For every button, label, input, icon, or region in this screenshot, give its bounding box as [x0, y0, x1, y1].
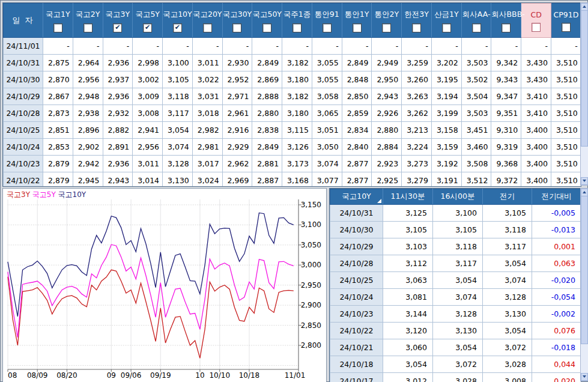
- cell-국주1종: 3,173: [282, 156, 312, 172]
- series-checkbox-통안2Y[interactable]: [382, 23, 391, 32]
- series-checkbox-국고20Y[interactable]: [203, 23, 212, 32]
- row-date: 24/10/30: [330, 222, 383, 238]
- date-column-header[interactable]: 일 자: [4, 4, 43, 38]
- cell-국고10Y: 3,117: [163, 105, 193, 122]
- detail-header-11시30분[interactable]: 11시30분: [383, 189, 433, 205]
- series-checkbox-CP91D[interactable]: [562, 23, 571, 32]
- cell-산금1Y: 3,191: [431, 172, 461, 187]
- column-header-한전3Y[interactable]: 한전3Y: [402, 4, 432, 38]
- x-axis-tick-label: 08: [8, 371, 17, 380]
- cell-국고1Y: 2,873: [43, 105, 73, 122]
- column-header-국고30Y[interactable]: 국고30Y: [222, 4, 252, 38]
- scrollbar-thumb[interactable]: [581, 10, 588, 147]
- column-label: 국고5Y: [133, 10, 162, 20]
- series-checkbox-회사BBB-[interactable]: [502, 23, 511, 32]
- cell-CP91D: 3,510: [551, 55, 581, 71]
- series-checkbox-CD[interactable]: [532, 23, 541, 32]
- cell-1600: 3,105: [433, 222, 483, 238]
- cell-1130: 3,103: [383, 238, 433, 255]
- cell-국고10Y: 3,128: [163, 156, 193, 172]
- row-date: 24/10/29: [330, 238, 383, 255]
- cell-국고5Y: 2,998: [133, 55, 163, 71]
- scroll-down-button[interactable]: [581, 373, 588, 381]
- y-axis-tick-label: 2,950: [301, 281, 321, 290]
- column-header-국고50Y[interactable]: 국고50Y: [252, 4, 282, 38]
- table-row: 24/10/173,0123,0283,0080,020: [330, 373, 581, 382]
- cell-국고5Y: -: [133, 38, 163, 55]
- series-checkbox-국고2Y[interactable]: [83, 23, 92, 32]
- scroll-down-icon: [583, 180, 586, 182]
- column-label: 통안1Y: [342, 10, 372, 20]
- column-header-CP91D[interactable]: CP91D: [551, 4, 581, 38]
- cell-change: 0,063: [532, 255, 581, 272]
- column-header-국고20Y[interactable]: 국고20Y: [192, 4, 222, 38]
- column-header-회사BBB-[interactable]: 회사BBB-: [491, 4, 521, 38]
- detail-header-전기대비[interactable]: 전기대비: [532, 189, 581, 205]
- cell-통안1Y: 2,848: [342, 71, 372, 88]
- column-header-산금1Y[interactable]: 산금1Y: [431, 4, 461, 38]
- cell-1130: 3,063: [383, 272, 433, 289]
- cell-change: -0,018: [532, 339, 581, 356]
- cell-1600: 3,118: [433, 238, 483, 255]
- cell-국주1종: -: [282, 38, 312, 55]
- row-date: 24/10/28: [330, 255, 383, 272]
- cell-회사AA-: 3,502: [461, 71, 491, 88]
- series-checkbox-통안91[interactable]: [323, 23, 332, 32]
- cell-산금1Y: 3,158: [431, 122, 461, 139]
- cell-회사AA-: 3,460: [461, 139, 491, 156]
- row-date: 24/10/29: [4, 88, 43, 105]
- series-checkbox-국주1종[interactable]: [292, 23, 302, 32]
- column-label: 국고10Y: [163, 10, 192, 20]
- column-header-국고10Y[interactable]: 국고10Y✔: [163, 4, 193, 38]
- scroll-down-button[interactable]: [581, 177, 588, 185]
- detail-header-16시00분[interactable]: 16시00분: [433, 189, 483, 205]
- series-checkbox-국고30Y[interactable]: [232, 23, 241, 32]
- cell-통안1Y: 2,877: [342, 172, 372, 187]
- series-checkbox-국고1Y[interactable]: [53, 23, 62, 32]
- cell-한전3Y: 3,224: [402, 139, 432, 156]
- series-checkbox-국고50Y[interactable]: [262, 23, 271, 32]
- column-label: 국고1Y: [43, 10, 73, 20]
- column-header-CD[interactable]: CD: [521, 4, 551, 38]
- series-line-국고5Y: [8, 244, 294, 337]
- detail-table-scrollbar[interactable]: [580, 188, 588, 381]
- column-header-국고5Y[interactable]: 국고5Y✔: [133, 4, 163, 38]
- detail-header-국고10Y[interactable]: 국고10Y: [330, 189, 383, 205]
- column-label: 국고3Y: [103, 10, 133, 20]
- y-axis-tick-label: 3,050: [301, 241, 321, 249]
- series-checkbox-국고3Y[interactable]: ✔: [113, 23, 122, 32]
- column-header-통안2Y[interactable]: 통안2Y: [372, 4, 402, 38]
- column-header-회사AA-[interactable]: 회사AA-: [461, 4, 491, 38]
- cell-통안91: 3,058: [312, 88, 342, 105]
- series-checkbox-국고10Y[interactable]: ✔: [173, 23, 182, 32]
- series-checkbox-산금1Y[interactable]: [442, 23, 451, 32]
- cell-한전3Y: 3,213: [402, 122, 432, 139]
- cell-통안2Y: 2,950: [372, 71, 402, 88]
- cell-통안1Y: 2,849: [342, 55, 372, 71]
- column-header-통안1Y[interactable]: 통안1Y: [342, 4, 372, 38]
- cell-change: -0,054: [532, 289, 581, 306]
- column-header-국고2Y[interactable]: 국고2Y: [73, 4, 103, 38]
- series-checkbox-국고5Y[interactable]: ✔: [143, 23, 152, 32]
- y-axis-tick-label: 2,800: [301, 341, 321, 350]
- cell-CD: 3,400: [521, 156, 551, 172]
- column-header-국고1Y[interactable]: 국고1Y: [43, 4, 73, 38]
- cell-국고50Y: 2,881: [252, 156, 282, 172]
- column-header-국주1종[interactable]: 국주1종: [282, 4, 312, 38]
- cell-change: -0,013: [532, 222, 581, 238]
- detail-header-전기[interactable]: 전기: [483, 189, 532, 205]
- top-table-scrollbar[interactable]: [580, 2, 588, 186]
- cell-국고20Y: 3,031: [192, 88, 222, 105]
- cell-국고3Y: 2,937: [103, 71, 133, 88]
- series-checkbox-한전3Y[interactable]: [412, 23, 421, 32]
- cell-1130: 3,012: [383, 373, 433, 382]
- series-checkbox-통안1Y[interactable]: [353, 23, 362, 32]
- cell-통안1Y: 2,859: [342, 105, 372, 122]
- scrollbar-thumb[interactable]: [581, 196, 588, 344]
- cell-국고10Y: 3,105: [163, 71, 193, 88]
- series-checkbox-회사AA-[interactable]: [472, 23, 481, 32]
- column-header-국고3Y[interactable]: 국고3Y✔: [103, 4, 133, 38]
- row-date: 24/11/01: [4, 38, 43, 55]
- column-header-통안91[interactable]: 통안91: [312, 4, 342, 38]
- x-axis-tick-label: 09/06: [121, 371, 142, 380]
